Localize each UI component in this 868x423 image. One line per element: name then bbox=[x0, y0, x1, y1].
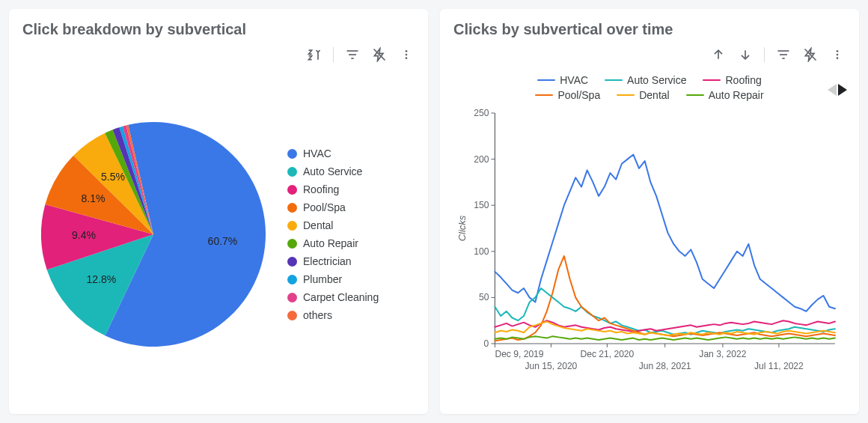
legend-label: Auto Service bbox=[303, 165, 362, 177]
flash-off-icon[interactable] bbox=[371, 46, 388, 63]
pie-slice-label: 60.7% bbox=[208, 235, 238, 247]
sort-az-icon[interactable] bbox=[306, 46, 323, 63]
legend-swatch bbox=[287, 293, 297, 302]
filter-icon[interactable] bbox=[344, 46, 361, 63]
legend-item[interactable]: Auto Service bbox=[605, 74, 686, 86]
filter-icon[interactable] bbox=[775, 46, 792, 63]
svg-point-1 bbox=[406, 54, 408, 56]
legend-swatch bbox=[287, 149, 297, 159]
y-tick-label: 50 bbox=[479, 292, 489, 302]
legend-item[interactable]: Auto Repair bbox=[686, 89, 764, 101]
legend-label: Auto Repair bbox=[303, 237, 358, 249]
legend-swatch bbox=[287, 221, 297, 231]
pie-legend: HVACAuto ServiceRoofingPool/SpaDentalAut… bbox=[287, 147, 415, 321]
card-pie: Click breakdown by subvertical 60.7%12.8… bbox=[9, 9, 428, 414]
svg-point-3 bbox=[837, 50, 839, 52]
more-options-icon[interactable] bbox=[398, 46, 415, 63]
legend-item[interactable]: Auto Service bbox=[287, 165, 407, 177]
legend-label: others bbox=[303, 309, 332, 321]
pie-slice-label: 12.8% bbox=[86, 273, 116, 285]
legend-item[interactable]: Dental bbox=[617, 89, 669, 101]
y-axis-title: Clicks bbox=[456, 215, 468, 241]
legend-swatch bbox=[287, 257, 297, 267]
line-series[interactable] bbox=[495, 154, 834, 311]
legend-swatch bbox=[287, 239, 297, 249]
line-series[interactable] bbox=[495, 336, 834, 340]
arrow-down-icon[interactable] bbox=[737, 46, 754, 63]
pie-chart: 60.7%12.8%9.4%8.1%5.5% bbox=[30, 111, 277, 358]
legend-item[interactable]: others bbox=[287, 309, 407, 321]
legend-label: Roofing bbox=[725, 74, 761, 86]
line-series[interactable] bbox=[495, 288, 834, 335]
legend-swatch bbox=[535, 94, 553, 97]
x-tick-label: Jan 3, 2022 bbox=[699, 349, 746, 359]
arrow-up-icon[interactable] bbox=[710, 46, 727, 63]
line-series[interactable] bbox=[495, 321, 834, 335]
legend-nav-arrows bbox=[828, 84, 847, 96]
svg-point-4 bbox=[837, 54, 839, 56]
legend-swatch bbox=[287, 185, 297, 195]
legend-label: Pool/Spa bbox=[557, 89, 600, 101]
y-tick-label: 250 bbox=[474, 108, 489, 118]
svg-point-0 bbox=[406, 50, 408, 52]
pie-slice-label: 8.1% bbox=[82, 192, 106, 204]
pie-chart-body: 60.7%12.8%9.4%8.1%5.5% HVACAuto ServiceR… bbox=[22, 67, 415, 402]
legend-swatch bbox=[287, 311, 297, 320]
legend-label: Dental bbox=[303, 219, 333, 231]
card-line-title: Clicks by subvertical over time bbox=[453, 21, 846, 38]
legend-label: Electrician bbox=[303, 255, 352, 267]
legend-swatch bbox=[287, 167, 297, 177]
legend-item[interactable]: Roofing bbox=[703, 74, 761, 86]
legend-label: Auto Service bbox=[627, 74, 686, 86]
legend-item[interactable]: Pool/Spa bbox=[535, 89, 600, 101]
legend-prev-icon[interactable] bbox=[828, 84, 837, 96]
legend-item[interactable]: Dental bbox=[287, 219, 407, 231]
legend-item[interactable]: Roofing bbox=[287, 183, 407, 195]
x-tick-label: Jul 11, 2022 bbox=[754, 361, 804, 371]
x-tick-label: Jun 15, 2020 bbox=[525, 361, 577, 371]
card-pie-title: Click breakdown by subvertical bbox=[22, 21, 415, 38]
legend-label: Auto Repair bbox=[709, 89, 764, 101]
svg-point-2 bbox=[406, 57, 408, 59]
svg-point-5 bbox=[837, 57, 839, 59]
legend-next-icon[interactable] bbox=[838, 84, 847, 96]
pie-slice-label: 5.5% bbox=[101, 171, 125, 183]
legend-item[interactable]: Pool/Spa bbox=[287, 201, 407, 213]
legend-label: HVAC bbox=[560, 74, 588, 86]
y-tick-label: 200 bbox=[474, 154, 489, 165]
legend-label: Roofing bbox=[303, 183, 339, 195]
legend-label: Dental bbox=[639, 89, 669, 101]
legend-swatch bbox=[287, 203, 297, 213]
flash-off-icon[interactable] bbox=[802, 46, 819, 63]
more-options-icon[interactable] bbox=[829, 46, 846, 63]
card-pie-toolbar bbox=[306, 46, 415, 63]
legend-swatch bbox=[703, 79, 721, 82]
y-tick-label: 100 bbox=[474, 246, 489, 257]
legend-swatch bbox=[287, 275, 297, 284]
x-tick-label: Jun 28, 2021 bbox=[639, 361, 691, 371]
legend-item[interactable]: Electrician bbox=[287, 255, 407, 267]
legend-item[interactable]: HVAC bbox=[287, 147, 407, 159]
x-tick-label: Dec 21, 2020 bbox=[580, 349, 634, 359]
line-chart: 050100150200250ClicksDec 9, 2019Dec 21, … bbox=[453, 106, 846, 383]
legend-swatch bbox=[537, 79, 555, 82]
legend-swatch bbox=[605, 79, 623, 82]
legend-label: Pool/Spa bbox=[303, 201, 346, 213]
toolbar-separator bbox=[764, 47, 765, 62]
card-line-toolbar bbox=[710, 46, 846, 63]
y-tick-label: 0 bbox=[484, 338, 489, 349]
legend-item[interactable]: HVAC bbox=[537, 74, 588, 86]
toolbar-separator bbox=[333, 47, 334, 62]
legend-item[interactable]: Carpet Cleaning bbox=[287, 291, 407, 303]
legend-swatch bbox=[686, 94, 704, 97]
pie-slice-label: 9.4% bbox=[72, 229, 96, 241]
x-tick-label: Dec 9, 2019 bbox=[495, 349, 543, 359]
legend-label: Plumber bbox=[303, 273, 342, 285]
card-line: Clicks by subvertical over time HVACAuto… bbox=[440, 9, 859, 414]
legend-item[interactable]: Plumber bbox=[287, 273, 407, 285]
legend-label: Carpet Cleaning bbox=[303, 291, 379, 303]
line-legend: HVACAuto ServiceRoofingPool/SpaDentalAut… bbox=[507, 74, 792, 101]
legend-swatch bbox=[617, 94, 635, 97]
legend-label: HVAC bbox=[303, 147, 331, 159]
legend-item[interactable]: Auto Repair bbox=[287, 237, 407, 249]
